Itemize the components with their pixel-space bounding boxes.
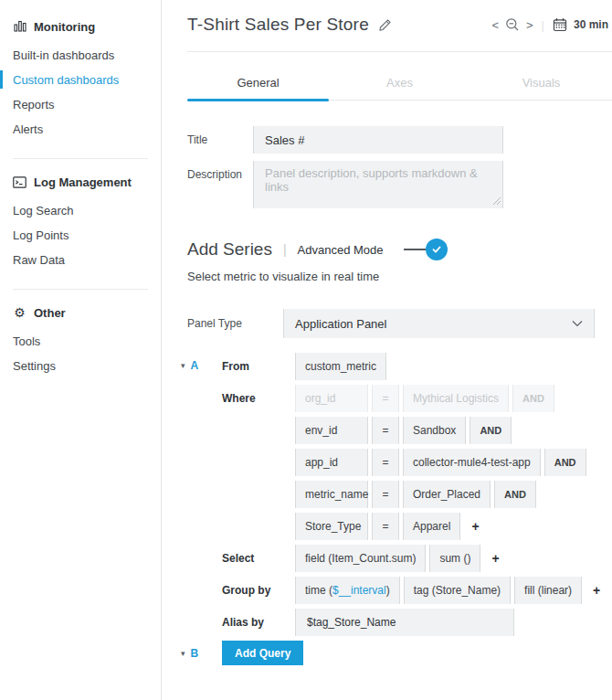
where-row: env_id = Sandbox AND <box>181 417 612 444</box>
sidebar-item-settings[interactable]: Settings <box>13 354 161 378</box>
main-panel: T-Shirt Sales Per Store < <box>163 0 612 700</box>
where-value-chip[interactable]: Mythical Logistics <box>403 385 509 412</box>
group-by-time-chip[interactable]: time ($__interval) <box>295 577 400 604</box>
sidebar-item-custom-dashboards[interactable]: Custom dashboards <box>13 68 161 92</box>
time-prev-button[interactable]: < <box>491 18 499 32</box>
query-marker-a[interactable]: A <box>191 359 199 372</box>
gear-icon: ⚙ <box>13 306 26 320</box>
toggle-track <box>404 249 427 250</box>
where-key-chip[interactable]: Store_Type <box>295 513 368 540</box>
collapse-triangle-icon[interactable]: ▾ <box>181 649 185 658</box>
page-title: T-Shirt Sales Per Store <box>187 15 369 35</box>
where-operator-chip[interactable]: = <box>372 417 399 444</box>
where-conjunction-chip[interactable]: AND <box>544 449 586 476</box>
panel-type-value: Application Panel <box>295 317 386 331</box>
settings-tabs: General Axes Visuals <box>187 76 612 101</box>
where-key-chip[interactable]: metric_name <box>295 481 368 508</box>
from-value-chip[interactable]: custom_metric <box>295 353 386 380</box>
where-value-chip[interactable]: Order_Placed <box>403 481 491 508</box>
where-conjunction-chip[interactable]: AND <box>470 417 512 444</box>
sidebar-item-log-points[interactable]: Log Points <box>13 223 161 248</box>
add-group-by-button[interactable]: + <box>593 583 600 598</box>
alias-by-label: Alias by <box>222 609 295 629</box>
where-value-chip[interactable]: Apparel <box>403 513 460 540</box>
where-value-chip[interactable]: collector-mule4-test-app <box>403 449 541 476</box>
calendar-icon[interactable] <box>553 17 567 32</box>
title-row: Title <box>187 126 612 154</box>
alias-by-row: Alias by <box>181 609 612 636</box>
group-by-label: Group by <box>222 577 295 597</box>
time-range-value[interactable]: 30 min <box>574 18 608 31</box>
add-query-button[interactable]: Add Query <box>222 641 303 665</box>
description-textarea[interactable] <box>253 161 503 208</box>
sidebar-item-tools[interactable]: Tools <box>13 329 161 354</box>
sidebar-item-log-search[interactable]: Log Search <box>13 198 161 223</box>
query-marker-b[interactable]: B <box>191 647 199 660</box>
where-key-chip[interactable]: org_id <box>295 385 368 412</box>
where-operator-chip[interactable]: = <box>372 385 399 412</box>
select-aggregation-chip[interactable]: sum () <box>429 545 480 572</box>
where-key-chip[interactable]: env_id <box>295 417 368 444</box>
sidebar-item-reports[interactable]: Reports <box>13 92 161 117</box>
description-label: Description <box>187 161 253 181</box>
toggle-knob-checked <box>426 239 448 260</box>
where-label: Where <box>222 385 295 405</box>
sidebar-section-title: Log Management <box>34 175 132 189</box>
sidebar-item-built-in-dashboards[interactable]: Built-in dashboards <box>13 43 161 68</box>
collapse-triangle-icon[interactable]: ▾ <box>181 361 185 370</box>
add-where-condition-button[interactable]: + <box>471 519 479 534</box>
where-operator-chip[interactable]: = <box>372 481 399 508</box>
panel-type-label: Panel Type <box>187 317 283 330</box>
from-label: From <box>222 353 295 373</box>
chevron-down-icon <box>572 320 583 327</box>
add-series-title: Add Series <box>187 239 272 260</box>
separator: | <box>283 242 287 257</box>
bar-chart-icon <box>13 20 26 34</box>
sidebar-section-title: Monitoring <box>34 20 95 34</box>
active-tab-underline <box>187 99 329 101</box>
alias-by-input[interactable] <box>295 609 514 636</box>
sidebar-item-alerts[interactable]: Alerts <box>13 117 161 142</box>
where-conjunction-chip[interactable]: AND <box>512 385 554 412</box>
where-operator-chip[interactable]: = <box>372 449 399 476</box>
where-row: Where org_id = Mythical Logistics AND <box>181 385 612 412</box>
add-select-button[interactable]: + <box>491 551 499 566</box>
description-row: Description <box>187 161 612 208</box>
where-operator-chip[interactable]: = <box>372 513 399 540</box>
sidebar-item-raw-data[interactable]: Raw Data <box>13 248 161 272</box>
group-by-tag-chip[interactable]: tag (Store_Name) <box>404 577 511 604</box>
tab-axes[interactable]: Axes <box>329 76 470 100</box>
where-row: app_id = collector-mule4-test-app AND <box>181 449 612 476</box>
edit-pencil-icon[interactable] <box>378 18 392 32</box>
query-from-row: ▾ A From custom_metric <box>181 353 612 380</box>
tab-general[interactable]: General <box>187 76 329 100</box>
sidebar-divider <box>13 289 148 290</box>
add-query-row: ▾ B Add Query <box>181 641 612 665</box>
select-field-chip[interactable]: field (Item_Count.sum) <box>295 545 426 572</box>
panel-type-select[interactable]: Application Panel <box>283 309 595 338</box>
group-by-fill-chip[interactable]: fill (linear) <box>514 577 582 604</box>
advanced-mode-toggle[interactable] <box>404 239 448 260</box>
select-row: Select field (Item_Count.sum) sum () + <box>181 545 612 572</box>
page-header: T-Shirt Sales Per Store < <box>187 0 612 52</box>
where-conjunction-chip[interactable]: AND <box>494 481 536 508</box>
add-series-subtitle: Select metric to visualize in real time <box>187 270 612 283</box>
where-value-chip[interactable]: Sandbox <box>403 417 466 444</box>
panel-type-row: Panel Type Application Panel <box>187 309 612 338</box>
group-by-row: Group by time ($__interval) tag (Store_N… <box>181 577 612 604</box>
where-key-chip[interactable]: app_id <box>295 449 368 476</box>
zoom-out-icon[interactable] <box>505 17 520 32</box>
time-next-button[interactable]: > <box>526 18 533 32</box>
terminal-icon <box>13 175 26 189</box>
interval-variable: $__interval <box>332 584 386 597</box>
sidebar-divider <box>13 158 148 159</box>
advanced-mode-label: Advanced Mode <box>298 243 384 257</box>
title-label: Title <box>187 126 253 146</box>
tab-visuals[interactable]: Visuals <box>470 76 612 100</box>
where-row: Store_Type = Apparel + <box>181 513 612 540</box>
sidebar: Monitoring Built-in dashboards Custom da… <box>0 0 162 700</box>
sidebar-section-title: Other <box>34 306 66 320</box>
sidebar-section-log-management: Log Management <box>13 174 161 190</box>
app-window: Monitoring Built-in dashboards Custom da… <box>0 0 612 700</box>
title-input[interactable] <box>253 126 503 154</box>
